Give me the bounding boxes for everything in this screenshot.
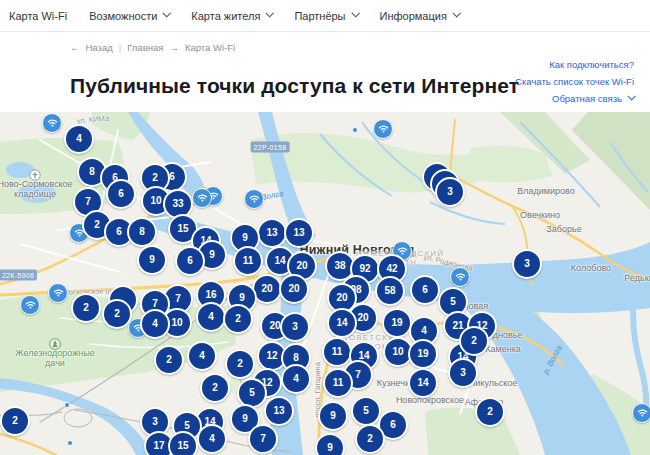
road-badge: 22К-5906 <box>0 270 37 281</box>
wifi-icon <box>454 270 467 283</box>
cluster-marker[interactable]: 19 <box>382 308 412 338</box>
page-title: Публичные точки доступа к сети Интернет <box>70 74 540 98</box>
cluster-marker[interactable]: 2 <box>475 397 505 427</box>
wifi-icon <box>52 286 65 299</box>
feedback-link[interactable]: Обратная связь <box>515 90 634 107</box>
nav-item-label: Карта жителя <box>191 10 260 22</box>
nav-item-label: Возможности <box>89 10 157 22</box>
wifi-point-marker[interactable] <box>48 283 68 303</box>
nav-item-label: Партнёры <box>294 10 345 22</box>
cluster-marker[interactable]: 2 <box>102 299 132 329</box>
chevron-down-icon <box>266 9 274 17</box>
wifi-icon <box>24 298 37 311</box>
cluster-marker[interactable]: 6 <box>410 275 440 305</box>
cluster-marker[interactable]: 6 <box>175 246 205 276</box>
wifi-point-marker[interactable] <box>20 295 40 315</box>
wifi-point-marker[interactable] <box>42 113 62 133</box>
breadcrumb-separator: | <box>119 42 121 53</box>
wifi-point-marker[interactable] <box>632 403 650 423</box>
wifi-map[interactable]: ул. КИМаНово-Сормовское кладбищер. Волга… <box>0 112 650 455</box>
cluster-marker[interactable]: 3 <box>435 177 465 207</box>
cluster-marker[interactable]: 14 <box>327 308 357 338</box>
wifi-icon <box>46 116 59 129</box>
road-badge: 22Р-0158 <box>251 142 290 153</box>
cluster-marker[interactable]: 4 <box>197 424 227 454</box>
park-icon <box>49 338 61 350</box>
back-arrow-icon: ← <box>70 42 80 53</box>
wifi-point-marker[interactable] <box>373 119 393 139</box>
cluster-marker[interactable]: 4 <box>187 341 217 371</box>
wifi-point-marker[interactable] <box>450 267 470 287</box>
cluster-marker[interactable]: 4 <box>281 364 311 394</box>
breadcrumb-arrow-icon: → <box>169 42 179 53</box>
cluster-marker[interactable]: 20 <box>279 274 309 304</box>
cluster-marker[interactable]: 3 <box>280 312 310 342</box>
cluster-marker[interactable]: 14 <box>408 368 438 398</box>
wifi-icon <box>377 122 390 135</box>
cluster-marker[interactable]: 4 <box>196 302 226 332</box>
breadcrumb: ← Назад | Главная → Карта Wi-Fi <box>70 42 235 53</box>
cluster-marker[interactable]: 15 <box>168 431 198 455</box>
cluster-marker[interactable]: 4 <box>64 124 94 154</box>
cluster-marker[interactable]: 4 <box>140 309 170 339</box>
cluster-marker[interactable]: 2 <box>355 424 385 454</box>
cluster-marker[interactable]: 2 <box>154 345 184 375</box>
cluster-marker[interactable]: 2 <box>0 406 30 436</box>
cluster-marker[interactable]: 2 <box>223 304 253 334</box>
link-label: Скачать список точек Wi-Fi <box>515 73 634 90</box>
side-links: Как подключиться? Скачать список точек W… <box>515 56 634 107</box>
cluster-marker[interactable]: 2 <box>225 349 255 379</box>
nav-item-label: Информация <box>380 10 447 22</box>
cluster-marker[interactable]: 2 <box>200 373 230 403</box>
top-navigation: Карта Wi-Fi Возможности Карта жителя Пар… <box>0 0 650 32</box>
chevron-down-icon <box>627 92 635 100</box>
chevron-down-icon <box>452 9 460 17</box>
nav-item-resident-card[interactable]: Карта жителя <box>191 10 272 22</box>
link-label: Обратная связь <box>552 90 622 107</box>
nav-item-label: Карта Wi-Fi <box>9 10 67 22</box>
cluster-marker[interactable]: 3 <box>448 358 478 388</box>
download-wifi-list-link[interactable]: Скачать список точек Wi-Fi <box>515 73 634 90</box>
cluster-marker[interactable]: 9 <box>315 433 345 455</box>
cluster-marker[interactable]: 19 <box>408 339 438 369</box>
cluster-marker[interactable]: 11 <box>233 246 263 276</box>
cluster-marker[interactable]: 11 <box>323 368 353 398</box>
cluster-marker[interactable]: 3 <box>512 249 542 279</box>
cluster-marker[interactable]: 9 <box>137 245 167 275</box>
cluster-marker[interactable]: 13 <box>264 396 294 426</box>
cluster-marker[interactable]: 58 <box>375 276 405 306</box>
how-to-connect-link[interactable]: Как подключиться? <box>515 56 634 73</box>
breadcrumb-current: Карта Wi-Fi <box>185 42 235 53</box>
breadcrumb-home-link[interactable]: Главная <box>127 42 163 53</box>
cluster-marker[interactable]: 9 <box>318 401 348 431</box>
nav-item-partners[interactable]: Партнёры <box>294 10 357 22</box>
cluster-marker[interactable]: 8 <box>127 217 157 247</box>
link-label: Как подключиться? <box>549 56 634 73</box>
wifi-icon <box>248 192 261 205</box>
wifi-point-marker[interactable] <box>192 188 212 208</box>
cluster-marker[interactable]: 2 <box>459 326 489 356</box>
wifi-point-marker[interactable] <box>244 189 264 209</box>
cemetery-icon <box>29 169 41 181</box>
cluster-marker[interactable]: 7 <box>248 424 278 454</box>
wifi-icon <box>196 191 209 204</box>
nav-item-features[interactable]: Возможности <box>89 10 169 22</box>
cluster-marker[interactable]: 13 <box>257 218 287 248</box>
cluster-marker[interactable]: 5 <box>351 396 381 426</box>
chevron-down-icon <box>163 9 171 17</box>
breadcrumb-back-link[interactable]: Назад <box>86 42 113 53</box>
nav-item-information[interactable]: Информация <box>380 10 459 22</box>
chevron-down-icon <box>351 9 359 17</box>
nav-item-wifi-map[interactable]: Карта Wi-Fi <box>9 10 67 22</box>
wifi-icon <box>636 406 649 419</box>
cluster-marker[interactable]: 2 <box>71 293 101 323</box>
cluster-marker[interactable]: 13 <box>284 218 314 248</box>
cluster-marker[interactable]: 6 <box>106 179 136 209</box>
